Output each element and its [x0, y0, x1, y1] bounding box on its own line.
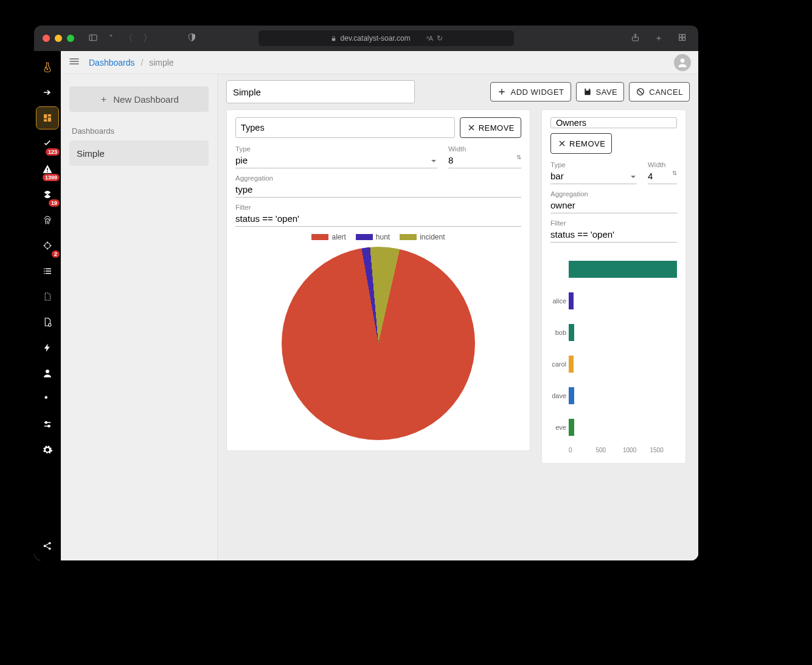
- bar-row: carol: [550, 352, 677, 376]
- pie-graphic: [281, 246, 476, 441]
- reload-icon[interactable]: ↻: [437, 34, 443, 43]
- field-label: Aggregation: [550, 190, 677, 198]
- svg-point-17: [45, 243, 50, 249]
- rail-item-template[interactable]: [36, 286, 58, 308]
- avatar[interactable]: [674, 54, 691, 71]
- field-label: Width: [648, 161, 677, 168]
- bar-row: alice: [550, 289, 677, 313]
- chart-legend: alert hunt incident: [235, 233, 521, 241]
- aggregation-input[interactable]: [235, 183, 521, 198]
- bar-chart: alice bob carol dave eve 050010001500: [550, 257, 677, 453]
- bar-row: dave: [550, 384, 677, 408]
- field-label: Filter: [550, 219, 677, 227]
- bar-label: eve: [550, 424, 569, 431]
- reader-icon[interactable]: ᵃA: [426, 35, 433, 43]
- type-select[interactable]: [235, 154, 437, 168]
- svg-rect-7: [682, 38, 685, 40]
- svg-rect-19: [46, 269, 51, 270]
- svg-rect-2: [331, 38, 335, 41]
- svg-rect-6: [679, 38, 681, 40]
- rail-item-user[interactable]: [36, 362, 58, 384]
- rail-item-list[interactable]: [36, 260, 58, 282]
- menu-toggle-icon[interactable]: [68, 55, 80, 69]
- rail-item-tasks[interactable]: 123: [36, 133, 58, 154]
- rail-item-file-settings[interactable]: [36, 311, 58, 333]
- widget-types: REMOVE Type Width: [226, 109, 530, 451]
- minimize-window-icon[interactable]: [55, 35, 62, 42]
- widget-owners: REMOVE Type Width: [541, 109, 686, 464]
- cancel-icon: [636, 87, 645, 97]
- breadcrumb-root[interactable]: Dashboards: [89, 58, 135, 67]
- svg-point-26: [45, 396, 48, 399]
- rail-item-target[interactable]: 2: [36, 235, 58, 257]
- plus-icon: ＋: [99, 94, 108, 105]
- bar-label: bob: [550, 329, 569, 336]
- svg-point-9: [46, 67, 47, 68]
- remove-widget-button[interactable]: REMOVE: [460, 117, 521, 138]
- chevron-down-icon[interactable]: ˅: [106, 33, 116, 43]
- new-dashboard-button[interactable]: ＋ New Dashboard: [69, 86, 209, 112]
- nav-rail: 123 1399 19 2: [34, 51, 61, 560]
- filter-input[interactable]: [235, 212, 521, 227]
- type-select[interactable]: [550, 170, 637, 184]
- rail-item-dashboards[interactable]: [36, 107, 58, 129]
- bar-label: carol: [550, 360, 569, 368]
- sidebar-section-label: Dashboards: [69, 126, 209, 136]
- maximize-window-icon[interactable]: [67, 35, 74, 42]
- rail-item-sliders[interactable]: [36, 413, 58, 435]
- svg-point-8: [47, 69, 48, 70]
- dashboard-canvas: ADD WIDGET SAVE CANCEL: [218, 74, 698, 560]
- field-label: Aggregation: [235, 174, 521, 182]
- rail-item-gear[interactable]: [36, 439, 58, 461]
- url-text: dev.catalyst-soar.com: [341, 34, 411, 43]
- new-tab-icon[interactable]: ＋: [651, 33, 666, 44]
- svg-rect-0: [89, 35, 97, 40]
- aggregation-input[interactable]: [550, 199, 677, 213]
- rail-item-settings-small[interactable]: [36, 388, 58, 410]
- tabs-overview-icon[interactable]: [675, 33, 690, 44]
- pie-chart: alert hunt incident: [235, 233, 521, 441]
- x-axis: 050010001500: [569, 447, 677, 453]
- bar-row: [550, 257, 677, 281]
- share-icon[interactable]: [628, 33, 643, 44]
- field-label: Type: [235, 145, 437, 153]
- width-input[interactable]: [648, 170, 677, 184]
- svg-rect-10: [44, 114, 47, 119]
- badge: 19: [49, 199, 60, 207]
- svg-rect-23: [46, 273, 51, 274]
- rail-item-bolt[interactable]: [36, 337, 58, 359]
- rail-item-alerts[interactable]: 1399: [36, 158, 58, 180]
- lock-icon: [330, 35, 337, 42]
- rail-item-share[interactable]: [36, 535, 58, 557]
- rail-item-arrow[interactable]: [36, 81, 58, 103]
- widget-name-input[interactable]: [235, 117, 455, 138]
- sidebar: ＋ New Dashboard Dashboards Simple: [61, 74, 218, 560]
- rail-item-radiation[interactable]: 19: [36, 184, 58, 205]
- svg-rect-14: [47, 168, 48, 171]
- rail-item-fingerprint[interactable]: [36, 209, 58, 231]
- width-input[interactable]: [448, 154, 521, 168]
- svg-rect-12: [48, 117, 51, 122]
- widget-name-input[interactable]: [550, 117, 677, 128]
- svg-rect-21: [46, 270, 51, 272]
- app-body: 123 1399 19 2: [34, 51, 698, 560]
- sidebar-toggle-icon[interactable]: [85, 33, 101, 44]
- app-main: Dashboards / simple ＋ New Dashboard: [61, 51, 698, 560]
- remove-widget-button[interactable]: REMOVE: [550, 133, 612, 154]
- filter-input[interactable]: [550, 228, 677, 243]
- cancel-button[interactable]: CANCEL: [629, 82, 690, 102]
- dashboard-name-input[interactable]: [226, 80, 415, 103]
- address-bar[interactable]: dev.catalyst-soar.com ᵃA ↻: [259, 30, 514, 46]
- add-widget-button[interactable]: ADD WIDGET: [490, 82, 571, 102]
- sidebar-item-simple[interactable]: Simple: [69, 140, 209, 166]
- save-button[interactable]: SAVE: [576, 82, 625, 102]
- close-icon: [557, 139, 567, 148]
- shield-icon[interactable]: [184, 33, 200, 44]
- app-header: Dashboards / simple: [61, 51, 698, 74]
- svg-rect-11: [48, 114, 51, 117]
- close-window-icon[interactable]: [43, 35, 50, 42]
- svg-rect-22: [44, 273, 45, 274]
- back-button[interactable]: 〈: [121, 32, 136, 45]
- logo-icon[interactable]: [36, 56, 58, 78]
- forward-button[interactable]: 〉: [141, 32, 155, 45]
